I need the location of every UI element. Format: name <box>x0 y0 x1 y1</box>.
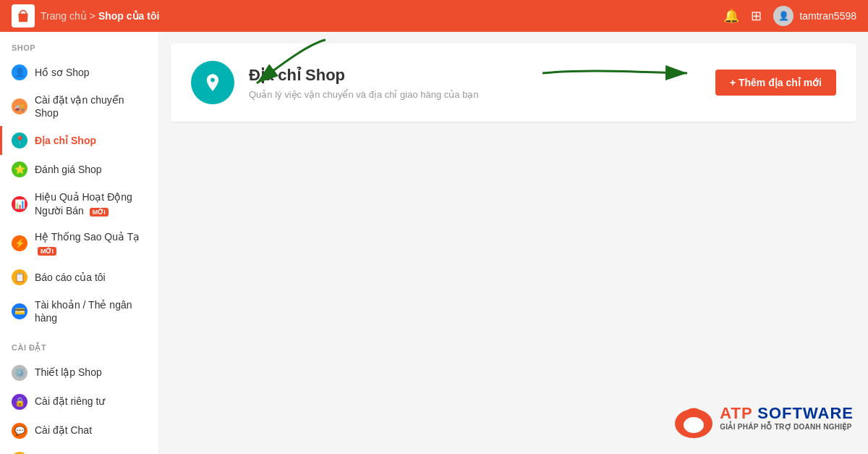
page-header-text: Địa chỉ Shop Quản lý việc vận chuyển và … <box>249 66 479 100</box>
bao-cao-icon: 📋 <box>12 269 27 285</box>
sidebar-item-label: Đánh giá Shop <box>35 163 147 176</box>
sidebar-item-label: Hệ Thống Sao Quả TạMỚI <box>35 230 147 256</box>
username: tamtran5598 <box>799 10 856 22</box>
grid-icon[interactable]: ⊞ <box>751 8 762 24</box>
breadcrumb: Trang chủ > Shop của tôi <box>41 10 159 22</box>
sidebar: SHOP 👤 Hồ sơ Shop 🚚 Cài đặt vận chuyển S… <box>0 32 159 454</box>
danh-gia-icon: ⭐ <box>12 161 27 177</box>
sao-icon: ⚡ <box>12 235 27 251</box>
page-header-left: Địa chỉ Shop Quản lý việc vận chuyển và … <box>191 61 479 104</box>
atp-watermark: ATP SOFTWARE GIẢI PHÁP HỖ TRỢ DOANH NGHI… <box>671 396 854 440</box>
sidebar-item-label: Cài đặt Chat <box>35 424 147 437</box>
sidebar-item-hieu-qua[interactable]: 📊 Hiệu Quả Hoạt Động Người Bán MỚI <box>0 184 158 223</box>
svg-point-3 <box>684 417 704 433</box>
main-layout: SHOP 👤 Hồ sơ Shop 🚚 Cài đặt vận chuyển S… <box>0 32 868 454</box>
sidebar-item-he-thong-sao[interactable]: ⚡ Hệ Thống Sao Quả TạMỚI <box>0 224 158 263</box>
sidebar-item-van-chuyen[interactable]: 🚚 Cài đặt vận chuyển Shop <box>0 87 158 126</box>
sidebar-item-rieng-tu[interactable]: 🔒 Cài đặt riêng tư <box>0 387 158 416</box>
shopee-logo <box>12 4 35 28</box>
header: Trang chủ > Shop của tôi 🔔 ⊞ 👤 tamtran55… <box>0 0 868 32</box>
sidebar-item-label: Thiết lập Shop <box>35 366 147 379</box>
van-chuyen-icon: 🚚 <box>12 98 27 114</box>
new-badge: MỚI <box>38 247 56 256</box>
new-badge: MỚI <box>90 208 109 217</box>
breadcrumb-current: Shop của tôi <box>98 10 159 22</box>
sidebar-item-thong-bao[interactable]: 🔔 Cài đặt thông báo <box>0 445 158 455</box>
atp-text: ATP SOFTWARE GIẢI PHÁP HỖ TRỢ DOANH NGHI… <box>720 404 854 432</box>
page-subtitle: Quản lý việc vận chuyển và địa chỉ giao … <box>249 89 479 100</box>
sidebar-item-chat[interactable]: 💬 Cài đặt Chat <box>0 416 158 445</box>
user-menu[interactable]: 👤 tamtran5598 <box>773 6 856 26</box>
thong-bao-icon: 🔔 <box>12 452 27 455</box>
sidebar-item-label: Tài khoản / Thẻ ngân hàng <box>35 298 147 324</box>
sidebar-item-ho-so-shop[interactable]: 👤 Hồ sơ Shop <box>0 58 158 87</box>
sidebar-item-label: Cài đặt riêng tư <box>35 395 147 408</box>
avatar: 👤 <box>773 6 793 26</box>
dia-chi-icon: 📍 <box>12 133 27 148</box>
atp-logo <box>671 396 714 440</box>
tai-khoan-icon: 💳 <box>12 303 27 319</box>
sidebar-item-danh-gia[interactable]: ⭐ Đánh giá Shop <box>0 155 158 184</box>
breadcrumb-separator: > <box>90 10 95 22</box>
sidebar-item-tai-khoan[interactable]: 💳 Tài khoản / Thẻ ngân hàng <box>0 292 158 331</box>
ho-so-icon: 👤 <box>12 64 27 80</box>
sidebar-item-label: Hiệu Quả Hoạt Động Người Bán MỚI <box>35 190 147 217</box>
atp-name: ATP SOFTWARE <box>720 404 854 423</box>
sidebar-item-thiet-lap[interactable]: ⚙️ Thiết lập Shop <box>0 358 158 387</box>
page-icon-circle <box>191 61 234 104</box>
chat-icon: 💬 <box>12 423 27 439</box>
sidebar-item-label: Cài đặt vận chuyển Shop <box>35 93 147 119</box>
header-left: Trang chủ > Shop của tôi <box>12 4 159 28</box>
add-address-button[interactable]: + Thêm địa chỉ mới <box>715 70 836 96</box>
main-content: Địa chỉ Shop Quản lý việc vận chuyển và … <box>159 32 868 454</box>
sidebar-item-label: Địa chỉ Shop <box>35 134 147 147</box>
breadcrumb-home[interactable]: Trang chủ <box>41 10 87 22</box>
page-title: Địa chỉ Shop <box>249 66 479 85</box>
header-right: 🔔 ⊞ 👤 tamtran5598 <box>723 6 856 26</box>
sidebar-item-label: Hồ sơ Shop <box>35 66 147 79</box>
notification-icon[interactable]: 🔔 <box>723 8 739 24</box>
shop-section-label: SHOP <box>0 43 158 58</box>
atp-sub: GIẢI PHÁP HỖ TRỢ DOANH NGHIỆP <box>720 423 854 432</box>
sidebar-item-dia-chi[interactable]: 📍 Địa chỉ Shop <box>0 126 158 155</box>
hieu-qua-icon: 📊 <box>12 196 27 212</box>
rieng-tu-icon: 🔒 <box>12 394 27 410</box>
sidebar-item-bao-cao[interactable]: 📋 Báo cáo của tôi <box>0 263 158 292</box>
page-header-card: Địa chỉ Shop Quản lý việc vận chuyển và … <box>171 43 856 122</box>
thiet-lap-icon: ⚙️ <box>12 365 27 381</box>
sidebar-item-label: Báo cáo của tôi <box>35 271 147 284</box>
settings-section-label: CÀI ĐẶT <box>0 343 158 358</box>
